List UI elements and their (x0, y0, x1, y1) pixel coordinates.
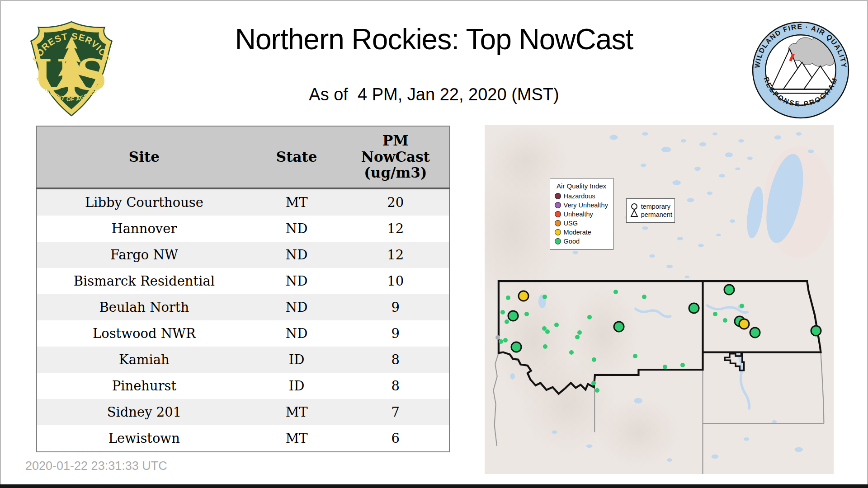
site-cell: Lewistown (37, 425, 251, 452)
monitor-marker-permanent (613, 321, 625, 333)
state-cell: ID (251, 347, 342, 373)
monitor-marker-temporary (554, 323, 559, 327)
pm-header-line3: (ug/m3) (345, 165, 446, 181)
column-header-site: Site (37, 126, 251, 188)
monitor-type-glyphs (630, 203, 638, 218)
table-row: Libby Courthouse MT 20 (37, 188, 449, 216)
permanent-label: permanent (641, 211, 672, 219)
monitor-marker-temporary (591, 381, 596, 385)
monitor-marker-temporary (500, 310, 505, 314)
monitor-marker-permanent (689, 303, 700, 314)
monitor-marker-temporary (506, 296, 510, 300)
aqi-legend: Air Quality Index HazardousVery Unhealth… (550, 178, 613, 250)
aqi-legend-title: Air Quality Index (555, 182, 609, 190)
aqi-legend-entry: Unhealthy (555, 211, 609, 218)
aqi-category-label: Moderate (564, 229, 591, 236)
site-cell: Kamiah (37, 347, 251, 373)
aqi-color-dot-icon (555, 229, 561, 235)
aqi-color-dot-icon (555, 202, 561, 208)
value-cell: 8 (342, 373, 449, 399)
monitor-marker-temporary (642, 295, 646, 299)
aqi-category-label: USG (564, 220, 578, 227)
column-header-state: State (251, 126, 342, 188)
table-header-row: Site State PM NowCast (ug/m3) (37, 126, 449, 188)
aqi-legend-entry: Very Unhealthy (555, 202, 609, 209)
bottom-black-bar (0, 484, 868, 488)
state-cell: MT (251, 188, 342, 216)
monitor-marker-temporary (499, 339, 503, 344)
value-cell: 6 (342, 425, 449, 452)
state-cell: ND (251, 268, 342, 294)
aqi-category-label: Unhealthy (564, 211, 593, 218)
monitor-marker-permanent (739, 319, 750, 330)
monitor-marker-temporary (740, 304, 744, 308)
monitor-marker-permanent (724, 284, 735, 295)
aqi-legend-entry: Good (555, 238, 609, 245)
table-row: Beulah North ND 9 (37, 294, 449, 320)
page-title: Northern Rockies: Top NowCast (0, 23, 868, 56)
table-row: Hannover ND 12 (37, 216, 449, 242)
site-cell: Libby Courthouse (37, 188, 251, 216)
value-cell: 7 (342, 399, 449, 425)
site-cell: Hannover (37, 216, 251, 242)
column-header-pm-nowcast: PM NowCast (ug/m3) (342, 126, 449, 188)
monitor-marker-permanent (518, 291, 529, 302)
monitor-marker-temporary (723, 318, 727, 323)
state-cell: ND (251, 320, 342, 347)
monitor-marker-temporary (587, 315, 592, 319)
monitor-marker-temporary (545, 329, 550, 334)
aqi-map: Air Quality Index HazardousVery Unhealth… (485, 125, 834, 474)
aqi-color-dot-icon (555, 193, 561, 199)
report-slide: FOREST SERVICE DEPARTMENT OF AGRICULTURE… (0, 0, 868, 488)
site-cell: Lostwood NWR (37, 320, 251, 347)
table-row: Kamiah ID 8 (37, 347, 449, 373)
monitor-marker-temporary (633, 354, 637, 358)
monitor-marker-temporary (575, 335, 580, 339)
site-cell: Pinehurst (37, 373, 251, 399)
temporary-circle-icon (632, 204, 637, 209)
site-cell: Sidney 201 (37, 399, 251, 425)
aqi-color-dot-icon (555, 220, 561, 226)
aqi-category-label: Very Unhealthy (564, 202, 608, 209)
pm-header-line1: PM (345, 133, 446, 149)
monitor-marker-permanent (811, 325, 822, 336)
monitor-marker-temporary (592, 357, 596, 362)
monitor-markers-layer (485, 125, 834, 474)
state-cell: ID (251, 373, 342, 399)
aqi-legend-entries: HazardousVery UnhealthyUnhealthyUSGModer… (555, 192, 609, 245)
state-cell: ND (251, 242, 342, 268)
aqi-color-dot-icon (555, 211, 561, 217)
monitor-marker-temporary (524, 312, 529, 316)
monitor-marker-temporary (542, 295, 547, 299)
monitor-marker-temporary (713, 312, 717, 316)
table-row: Lewistown MT 6 (37, 425, 449, 452)
monitor-marker-temporary (613, 290, 618, 294)
state-cell: ND (251, 216, 342, 242)
nowcast-table: Site State PM NowCast (ug/m3) Libby Cour… (36, 126, 450, 452)
aqi-legend-entry: Hazardous (555, 192, 609, 200)
page-subtitle: As of 4 PM, Jan 22, 2020 (MST) (0, 85, 868, 104)
monitor-marker-temporary (680, 363, 685, 367)
monitor-marker-temporary (663, 365, 667, 369)
aqi-category-label: Hazardous (564, 192, 595, 200)
pm-header-line2: NowCast (345, 149, 446, 165)
table-row: Lostwood NWR ND 9 (37, 320, 449, 347)
value-cell: 20 (342, 188, 449, 216)
value-cell: 9 (342, 320, 449, 347)
state-cell: ND (251, 294, 342, 320)
temporary-label: temporary (641, 202, 672, 211)
monitor-marker-temporary (543, 344, 547, 349)
aqi-category-label: Good (564, 238, 580, 245)
site-cell: Fargo NW (37, 242, 251, 268)
value-cell: 8 (342, 347, 449, 373)
monitor-marker-temporary (595, 388, 599, 393)
monitor-marker-temporary (505, 319, 509, 324)
generation-timestamp: 2020-01-22 23:31:33 UTC (25, 459, 167, 473)
site-cell: Bismarck Residential (37, 268, 251, 294)
state-cell: MT (251, 399, 342, 425)
monitor-marker-permanent (507, 310, 519, 322)
monitor-type-legend: temporary permanent (626, 198, 675, 223)
table-row: Fargo NW ND 12 (37, 242, 449, 268)
value-cell: 12 (342, 216, 449, 242)
permanent-triangle-icon (631, 210, 637, 216)
